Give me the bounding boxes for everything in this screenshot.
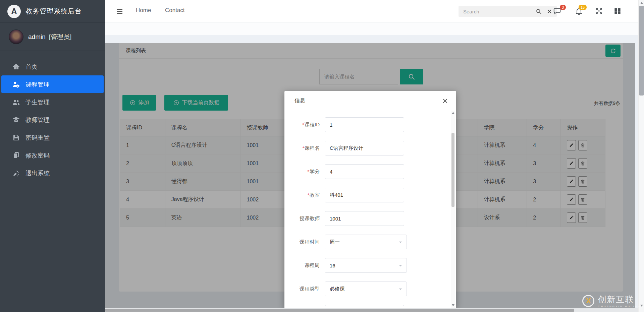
menu-toggle-icon[interactable] <box>115 7 124 15</box>
topbar-search <box>459 6 557 17</box>
select-value: 16 <box>325 263 335 268</box>
modal-scrollbar-thumb[interactable] <box>451 133 454 207</box>
field-control <box>325 141 404 155</box>
sidebar-item[interactable]: 课程管理 <box>1 75 104 93</box>
sidebar-item-icon <box>12 98 20 106</box>
sidebar-item[interactable]: 首页 <box>0 58 105 75</box>
sidebar: A 教务管理系统后台 admin [管理员] 首页 课程管理 学生管理 <box>0 0 105 312</box>
sidebar-item[interactable]: 退出系统 <box>0 164 105 182</box>
field-input[interactable] <box>325 141 404 155</box>
nav-contact[interactable]: Contact <box>165 7 185 14</box>
modal-scrollbar[interactable] <box>451 111 455 308</box>
user-panel: admin [管理员] <box>0 23 105 51</box>
horizontal-scrollbar-thumb[interactable] <box>105 309 574 312</box>
chevron-down-icon <box>398 263 403 268</box>
watermark: X 创新互联 CHUANGXIN HULIAN <box>582 294 643 308</box>
modal-body: *课程ID *课程名 *学分 <box>284 110 456 308</box>
modal-title: 信息 <box>294 97 305 104</box>
field-label: *学分 <box>284 169 320 175</box>
sidebar-item[interactable]: 修改密码 <box>0 146 105 164</box>
app-title: 教务管理系统后台 <box>25 7 82 16</box>
field-label: *课程名 <box>284 145 320 151</box>
field-control <box>325 188 404 202</box>
form-field-row: 课程周 16 <box>284 258 456 273</box>
messages-badge: 3 <box>560 5 566 10</box>
required-asterisk: * <box>307 169 309 174</box>
field-input[interactable] <box>325 188 404 202</box>
sidebar-item-icon <box>12 80 20 88</box>
sidebar-item-label: 首页 <box>25 63 38 71</box>
form-field-row: 课程时间 周一 <box>284 235 456 249</box>
sidebar-item-label: 课程管理 <box>25 80 50 88</box>
sidebar-item[interactable]: 学生管理 <box>0 93 105 111</box>
apps-grid-icon[interactable] <box>613 7 622 15</box>
watermark-logo-icon: X <box>582 295 594 307</box>
page-horizontal-scrollbar[interactable] <box>105 308 638 312</box>
scroll-up-arrow[interactable] <box>639 0 644 6</box>
required-asterisk: * <box>307 192 309 198</box>
sidebar-item[interactable]: 教师管理 <box>0 111 105 129</box>
field-control <box>325 211 404 226</box>
topbar: Home Contact 3 15 <box>105 0 638 23</box>
sidebar-item-label: 修改密码 <box>25 151 50 160</box>
sidebar-item-label: 学生管理 <box>25 98 50 106</box>
field-label: 课程时间 <box>284 239 320 245</box>
required-asterisk: * <box>302 145 304 151</box>
sidebar-menu: 首页 课程管理 学生管理 教师管理 密码重置 <box>0 51 105 182</box>
field-label: *课程ID <box>284 122 320 128</box>
app-logo-icon: A <box>7 5 21 18</box>
sidebar-item-icon <box>12 169 20 177</box>
app-logo-area: A 教务管理系统后台 <box>0 0 105 23</box>
topbar-search-input[interactable] <box>459 9 535 14</box>
form-field-row: *学分 <box>284 164 456 179</box>
notifications-badge: 15 <box>579 5 587 10</box>
field-input[interactable] <box>325 118 404 132</box>
vertical-scrollbar-thumb[interactable] <box>639 6 644 96</box>
user-name: admin <box>28 33 46 41</box>
close-icon <box>441 97 449 105</box>
field-label: *教室 <box>284 192 320 198</box>
form-field-row: 课程类型 必修课 <box>284 282 456 296</box>
field-control: 周一 <box>325 235 407 249</box>
sidebar-item[interactable]: 密码重置 <box>0 129 105 146</box>
avatar <box>9 29 23 44</box>
field-label: 课程类型 <box>284 286 320 292</box>
field-control <box>325 305 404 308</box>
sidebar-item-icon <box>12 134 20 142</box>
fullscreen-icon[interactable] <box>595 7 603 15</box>
clear-search-icon[interactable] <box>546 8 553 15</box>
select-value: 必修课 <box>325 286 345 292</box>
sidebar-item-icon <box>12 63 20 71</box>
field-control <box>325 117 404 132</box>
content-header-band <box>105 23 638 35</box>
chevron-down-icon <box>398 240 403 245</box>
sidebar-item-icon <box>12 116 20 124</box>
field-control: 16 <box>325 258 407 273</box>
field-input[interactable] <box>325 211 404 226</box>
field-control <box>325 164 404 179</box>
sidebar-item-label: 教师管理 <box>25 116 50 124</box>
field-input[interactable] <box>325 165 404 179</box>
form-field-row: *课程名 <box>284 141 456 155</box>
modal-header: 信息 <box>284 91 456 110</box>
search-icon[interactable] <box>535 8 542 15</box>
form-field-row: *课程ID <box>284 117 456 132</box>
page-vertical-scrollbar[interactable] <box>638 0 644 312</box>
sidebar-item-label: 密码重置 <box>25 134 50 142</box>
course-info-modal: 信息 *课程ID *课程名 <box>284 91 456 308</box>
close-modal-button[interactable] <box>441 97 449 105</box>
scroll-down-arrow[interactable] <box>451 303 455 308</box>
field-control: 必修课 <box>325 282 407 296</box>
nav-home[interactable]: Home <box>136 7 151 14</box>
field-label: 授课教师 <box>284 215 320 222</box>
watermark-text: 创新互联 <box>598 294 641 305</box>
watermark-subtext: CHUANGXIN HULIAN <box>598 305 641 308</box>
scroll-up-arrow[interactable] <box>451 111 455 115</box>
required-asterisk: * <box>302 122 304 127</box>
field-input[interactable] <box>325 305 404 308</box>
select-value: 周一 <box>325 239 340 245</box>
sidebar-item-icon <box>12 151 20 160</box>
form-field-row: 授课教师 <box>284 211 456 226</box>
sidebar-item-label: 退出系统 <box>25 169 50 177</box>
form-field-row <box>284 305 456 308</box>
